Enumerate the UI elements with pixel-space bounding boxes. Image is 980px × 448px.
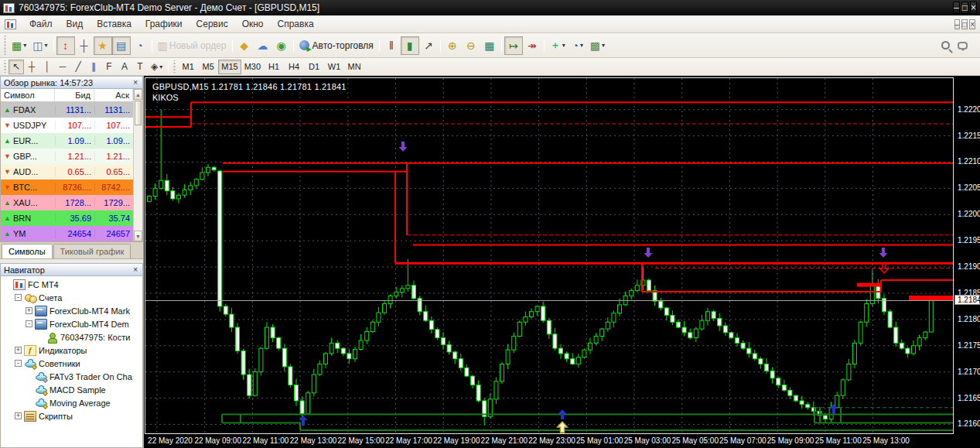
text-label-tool-button[interactable]: T xyxy=(132,60,148,74)
symbol-row-XAU[interactable]: ▲XAU...1728...1729... xyxy=(1,195,133,210)
minimize-button[interactable]: – xyxy=(953,2,960,14)
tree-item-forexclub-mt4-mark[interactable]: +ForexClub-MT4 Mark xyxy=(1,304,142,317)
timeframe-h4[interactable]: H4 xyxy=(284,60,304,74)
symbol-row-BRN[interactable]: ▲BRN35.6935.74 xyxy=(1,210,133,226)
chart-canvas[interactable] xyxy=(145,78,953,433)
tile-windows-button[interactable]: ▦ xyxy=(480,36,499,55)
tree-item-fatv3-trader-on-cha[interactable]: -FATv3 Trader On Cha xyxy=(1,370,142,383)
text-tool-button[interactable]: A xyxy=(117,60,132,74)
symbol-row-EUR[interactable]: ▲EUR...1.09...1.09... xyxy=(1,133,133,149)
line-chart-button[interactable]: ↗ xyxy=(419,36,438,55)
tab-тиковый-график[interactable]: Тиковый график xyxy=(53,244,131,258)
column-header-2[interactable]: Аск xyxy=(94,89,133,101)
symbol-row-GBP[interactable]: ▼GBP...1.21...1.21... xyxy=(1,149,133,164)
timeframe-m5[interactable]: M5 xyxy=(198,60,218,74)
expand-icon[interactable]: + xyxy=(15,347,22,354)
zoom-in-button[interactable]: ⊕ xyxy=(443,36,462,55)
strategy-tester-button[interactable]: ◔ xyxy=(131,36,149,55)
tree-item-счета[interactable]: -Счета xyxy=(1,291,142,304)
menu-item-графики[interactable]: Графики xyxy=(138,16,190,32)
cursor-tool-button[interactable]: ↖ xyxy=(9,60,24,74)
scroll-down-icon[interactable]: ▼ xyxy=(134,231,142,241)
profiles-button[interactable]: ◫▾ xyxy=(29,36,50,55)
maximize-button[interactable]: □ xyxy=(961,2,968,14)
timeframe-d1[interactable]: D1 xyxy=(304,60,324,74)
equidistant-channel-tool-button[interactable]: ∥ xyxy=(86,60,101,74)
auto-trading-button[interactable]: Авто-торговля xyxy=(296,36,377,55)
symbol-row-USDJPY[interactable]: ▼USDJPY107....107.... xyxy=(1,118,133,133)
menu-item-файл[interactable]: Файл xyxy=(22,16,60,32)
signals-button[interactable]: ◉ xyxy=(272,36,291,55)
tree-item-fc-mt4[interactable]: -FC MT4 xyxy=(1,278,142,291)
menu-item-сервис[interactable]: Сервис xyxy=(190,16,235,32)
chat-icon[interactable] xyxy=(958,42,968,50)
horizontal-line-tool-button[interactable]: ─ xyxy=(55,60,70,74)
market-watch-scrollbar[interactable]: ▲ ▼ xyxy=(133,89,142,241)
close-icon[interactable]: × xyxy=(131,265,139,274)
tab-символы[interactable]: Символы xyxy=(2,244,53,258)
timeframe-m15[interactable]: M15 xyxy=(218,60,241,74)
symbol-row-BTC[interactable]: ▼BTC...8736....8742.... xyxy=(1,180,133,195)
navigator-header: Навигатор × xyxy=(0,263,143,276)
tree-item-macd-sample[interactable]: -MACD Sample xyxy=(1,383,142,396)
new-order-button[interactable]: ▥Новый ордер xyxy=(155,36,230,55)
tree-item-индикаторы[interactable]: +Индикаторы xyxy=(1,344,142,357)
close-button[interactable]: × xyxy=(970,2,977,14)
menu-item-вид[interactable]: Вид xyxy=(60,16,90,32)
market-watch-button[interactable]: ↕ xyxy=(56,36,75,55)
data-window-button[interactable]: ┼ xyxy=(75,36,94,55)
tree-item-советники[interactable]: -Советники xyxy=(1,357,142,370)
collapse-icon[interactable]: - xyxy=(26,320,32,327)
timeframe-mn[interactable]: MN xyxy=(344,60,364,74)
indicators-button[interactable]: ＋▾ xyxy=(547,36,569,55)
bar-chart-button[interactable]: ‖ xyxy=(382,36,401,55)
collapse-icon[interactable]: - xyxy=(15,294,22,301)
fibonacci-tool-button[interactable]: F xyxy=(101,60,117,74)
time-axis[interactable]: 22 May 202022 May 09:0022 May 11:0022 Ma… xyxy=(144,436,980,448)
templates-button[interactable]: ▩▾ xyxy=(587,36,608,55)
new-chart-button[interactable]: ▦▾ xyxy=(9,36,29,55)
timeframe-m30[interactable]: M30 xyxy=(241,60,264,74)
market-button[interactable]: ☁ xyxy=(254,36,272,55)
expand-icon[interactable]: + xyxy=(15,412,22,419)
navigator-button[interactable]: ★ xyxy=(94,36,112,55)
expand-icon[interactable]: + xyxy=(26,307,32,314)
vertical-line-tool-button[interactable]: │ xyxy=(39,60,55,74)
tree-item-moving-average[interactable]: -Moving Average xyxy=(1,396,142,409)
terminal-button[interactable]: ▤ xyxy=(112,36,131,55)
menu-item-вставка[interactable]: Вставка xyxy=(90,16,138,32)
scroll-up-icon[interactable]: ▲ xyxy=(134,89,142,100)
close-icon[interactable]: × xyxy=(131,78,139,87)
tree-item-forexclub-mt4-dem[interactable]: -ForexClub-MT4 Dem xyxy=(1,317,142,330)
symbol-row-FDAX[interactable]: ▲FDAX1131...1131... xyxy=(1,102,133,118)
symbol-row-YM[interactable]: ▲YM2465424657 xyxy=(1,226,133,241)
metaeditor-button[interactable]: ◆ xyxy=(235,36,254,55)
menu-item-окно[interactable]: Окно xyxy=(235,16,271,32)
shapes-tool-button[interactable]: ◈▾ xyxy=(148,60,166,74)
tree-item-скрипты[interactable]: +Скрипты xyxy=(1,409,142,422)
chart-plot[interactable]: GBPUSD,M15 1.21781 1.21846 1.21781 1.218… xyxy=(145,77,954,434)
timeframe-w1[interactable]: W1 xyxy=(324,60,344,74)
column-header-1[interactable]: Бид xyxy=(55,89,94,101)
column-header-0[interactable]: Символ xyxy=(1,89,55,101)
timeframe-h1[interactable]: H1 xyxy=(264,60,284,74)
collapse-icon[interactable]: - xyxy=(15,360,22,367)
zoom-out-button[interactable]: ⊖ xyxy=(462,36,480,55)
child-restore-button[interactable]: □ xyxy=(961,19,968,29)
periods-button[interactable]: ◔▾ xyxy=(569,36,587,55)
child-minimize-button[interactable]: – xyxy=(954,19,961,29)
tree-item-760347975-кости[interactable]: -760347975: Кости xyxy=(1,330,142,344)
crosshair-tool-button[interactable]: ┼ xyxy=(24,60,39,74)
symbol-row-AUD[interactable]: ▼AUD...0.65...0.65... xyxy=(1,164,133,180)
scroll-thumb[interactable] xyxy=(135,101,142,125)
chart-shift-button[interactable]: ↠ xyxy=(523,36,541,55)
candlestick-chart-button[interactable]: ▮ xyxy=(401,36,419,55)
child-close-button[interactable]: × xyxy=(969,19,975,29)
price-axis[interactable]: 1.222051.221551.221051.220551.220051.219… xyxy=(954,76,980,434)
ea-icon xyxy=(24,358,36,369)
auto-scroll-button[interactable]: ↦ xyxy=(504,36,523,55)
trendline-tool-button[interactable]: ╱ xyxy=(70,60,86,74)
menu-item-справка[interactable]: Справка xyxy=(271,16,321,32)
timeframe-m1[interactable]: M1 xyxy=(178,60,198,74)
search-icon[interactable] xyxy=(941,41,950,50)
